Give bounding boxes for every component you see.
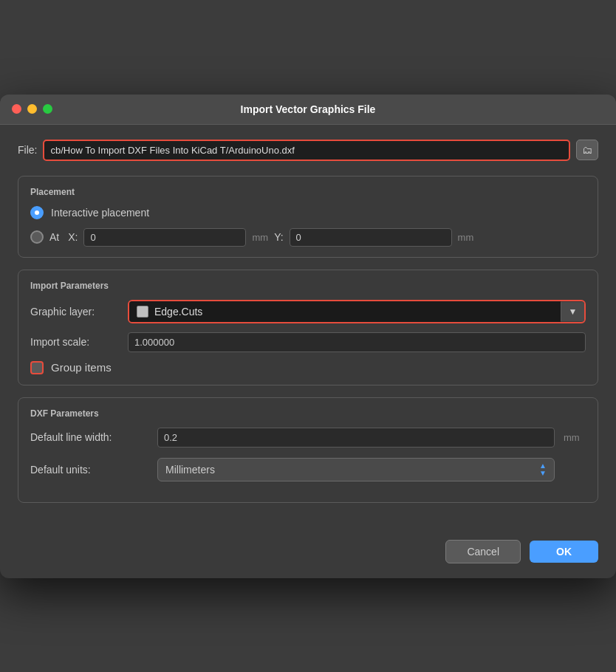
import-vector-dialog: Import Vector Graphics File File: 🗂 Plac… <box>0 95 616 578</box>
x-unit: mm <box>252 232 268 243</box>
at-radio[interactable] <box>30 230 44 244</box>
graphic-layer-label: Graphic layer: <box>30 306 119 318</box>
default-units-row: Default units: Millimeters ▲ ▼ <box>30 458 586 481</box>
file-browse-button[interactable]: 🗂 <box>576 140 598 160</box>
dxf-params-title: DXF Parameters <box>30 408 586 419</box>
dxf-params-section: DXF Parameters Default line width: mm De… <box>18 397 598 503</box>
cancel-button[interactable]: Cancel <box>445 540 521 563</box>
line-width-unit: mm <box>564 432 586 443</box>
placement-title: Placement <box>30 187 586 197</box>
close-button[interactable] <box>12 104 21 114</box>
line-width-label: Default line width: <box>30 431 148 443</box>
interactive-placement-radio[interactable] <box>30 206 44 219</box>
units-select[interactable]: Millimeters ▲ ▼ <box>157 458 555 481</box>
units-value: Millimeters <box>165 464 215 476</box>
graphic-layer-row: Graphic layer: Edge.Cuts ▼ <box>30 300 586 323</box>
chevron-up-icon: ▲ <box>539 462 547 470</box>
y-input[interactable] <box>290 228 452 247</box>
group-items-checkbox[interactable] <box>30 361 44 374</box>
file-input-wrapper <box>43 140 570 161</box>
file-label: File: <box>18 144 37 156</box>
title-bar: Import Vector Graphics File <box>0 95 616 125</box>
chevron-down-icon: ▼ <box>539 470 547 477</box>
interactive-placement-row[interactable]: Interactive placement <box>30 206 586 219</box>
file-row: File: 🗂 <box>18 140 598 161</box>
ok-button[interactable]: OK <box>530 541 598 563</box>
line-width-input[interactable] <box>157 428 555 448</box>
layer-name: Edge.Cuts <box>154 306 202 318</box>
chevron-down-icon: ▼ <box>569 306 578 317</box>
x-label: X: <box>68 231 78 243</box>
layer-dropdown-button[interactable]: ▼ <box>561 302 584 321</box>
line-width-row: Default line width: mm <box>30 428 586 448</box>
dialog-footer: Cancel OK <box>0 532 616 578</box>
file-input[interactable] <box>43 140 570 161</box>
y-label: Y: <box>274 231 283 243</box>
layer-select-wrapper[interactable]: Edge.Cuts ▼ <box>128 300 586 323</box>
import-scale-input[interactable] <box>128 332 586 352</box>
maximize-button[interactable] <box>43 104 52 114</box>
layer-color-swatch <box>137 306 148 318</box>
layer-select-main[interactable]: Edge.Cuts <box>129 301 561 322</box>
import-params-section: Import Parameters Graphic layer: Edge.Cu… <box>18 270 598 385</box>
window-controls <box>12 104 52 114</box>
group-items-row[interactable]: Group items <box>30 361 586 374</box>
x-input[interactable] <box>83 228 246 247</box>
y-unit: mm <box>458 232 474 243</box>
units-spinner[interactable]: ▲ ▼ <box>539 462 547 477</box>
minimize-button[interactable] <box>27 104 37 114</box>
interactive-placement-label: Interactive placement <box>51 207 149 219</box>
folder-icon: 🗂 <box>582 144 592 156</box>
group-items-label: Group items <box>51 361 112 374</box>
import-scale-label: Import scale: <box>30 336 119 348</box>
import-params-title: Import Parameters <box>30 281 586 291</box>
placement-section: Placement Interactive placement At X: mm… <box>18 176 598 258</box>
at-label: At <box>49 231 59 243</box>
at-row: At X: mm Y: mm <box>30 228 586 247</box>
dialog-title: Import Vector Graphics File <box>241 103 376 115</box>
import-scale-row: Import scale: <box>30 332 586 352</box>
default-units-label: Default units: <box>30 464 148 476</box>
